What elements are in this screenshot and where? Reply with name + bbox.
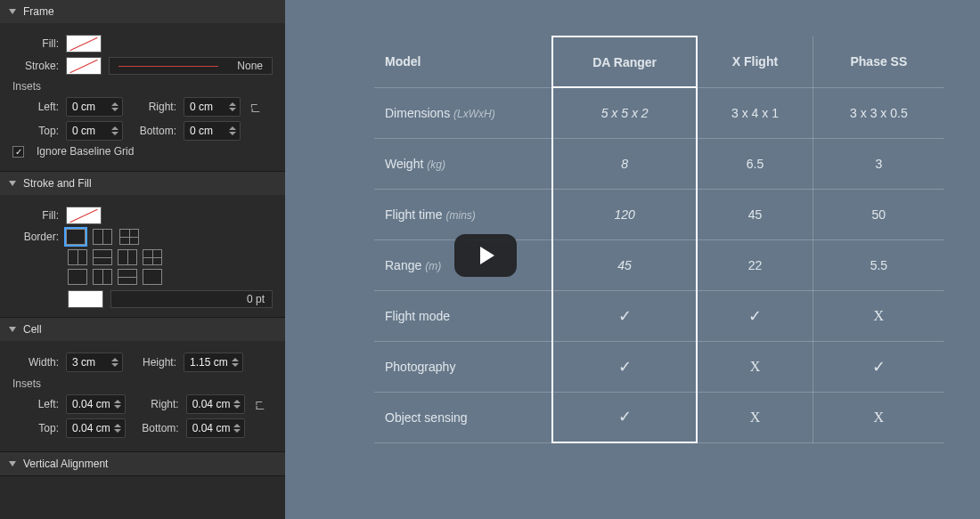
row-header: Model <box>374 36 552 87</box>
ignore-baseline-checkbox[interactable]: ✓ <box>12 146 24 158</box>
document-canvas[interactable]: Model DA Ranger X Flight Phase SS Dimens… <box>285 0 980 519</box>
cell-header[interactable]: Cell <box>0 318 285 341</box>
bottom-label: Bottom: <box>130 125 176 137</box>
stroke-swatch[interactable] <box>66 57 102 75</box>
play-button[interactable] <box>454 234 517 277</box>
stroke-style-picker[interactable]: None <box>109 57 273 75</box>
cell-right-label: Right: <box>133 398 179 410</box>
border-opt[interactable] <box>118 249 137 265</box>
border-opt[interactable] <box>93 249 112 265</box>
inspector-sidebar: Frame Fill: Stroke: None Insets Left: 0 … <box>0 0 285 519</box>
inset-top-input[interactable]: 0 cm <box>66 121 123 141</box>
stroke-color-swatch[interactable] <box>68 290 103 308</box>
cell-bottom-label: Bottom: <box>133 422 179 434</box>
cell-top-label: Top: <box>12 422 59 434</box>
table-cell: 3 <box>813 138 944 189</box>
cell-inset-right[interactable]: 0.04 cm <box>186 394 246 414</box>
col-header-da: DA Ranger <box>552 36 697 87</box>
table-cell <box>697 341 813 392</box>
border-opt[interactable] <box>93 269 112 285</box>
fill-label: Fill: <box>12 37 59 50</box>
width-label: Width: <box>12 356 59 369</box>
border-opt[interactable] <box>68 269 87 285</box>
strokefill-section: Stroke and Fill Fill: Border: <box>0 172 285 318</box>
border-opt[interactable] <box>118 269 137 285</box>
cell-inset-left[interactable]: 0.04 cm <box>66 394 126 414</box>
table-cell: 3 x 4 x 1 <box>697 87 813 138</box>
row-label: Dimensions (LxWxH) <box>374 87 552 138</box>
col-header-phase: Phase SS <box>813 36 944 87</box>
cell-inset-bottom[interactable]: 0.04 cm <box>186 418 246 438</box>
row-label: Object sensing <box>374 392 552 442</box>
valign-header[interactable]: Vertical Alignment <box>0 452 285 475</box>
valign-title: Vertical Alignment <box>23 458 108 470</box>
cell-height-input[interactable]: 1.15 cm <box>184 353 243 372</box>
right-label: Right: <box>130 101 176 113</box>
table-cell: 8 <box>552 138 697 189</box>
table-cell: 6.5 <box>697 138 813 189</box>
table-cell <box>813 341 944 392</box>
table-cell <box>813 392 944 442</box>
stroke-weight-slider[interactable]: 0 pt <box>110 290 273 308</box>
inset-left-input[interactable]: 0 cm <box>66 97 123 117</box>
table-cell <box>697 290 813 341</box>
strokefill-header[interactable]: Stroke and Fill <box>0 172 285 195</box>
border-outer[interactable] <box>66 229 86 245</box>
ignore-baseline-label: Ignore Baseline Grid <box>37 145 134 158</box>
link-icon[interactable]: ⌐⌙ <box>249 101 262 112</box>
link-icon[interactable]: ⌐⌙ <box>254 399 266 410</box>
cell-width-input[interactable]: 3 cm <box>66 353 123 372</box>
disclosure-icon <box>9 9 16 14</box>
fill-label-2: Fill: <box>12 209 59 222</box>
border-opt[interactable] <box>68 249 87 265</box>
frame-header[interactable]: Frame <box>0 0 285 23</box>
table-cell: 5.5 <box>813 239 944 290</box>
cell-section: Cell Width: 3 cm Height: 1.15 cm Insets … <box>0 318 285 452</box>
cell-title: Cell <box>23 323 42 336</box>
inset-bottom-input[interactable]: 0 cm <box>184 121 241 141</box>
table-cell: 45 <box>697 189 813 239</box>
table-cell <box>552 290 697 341</box>
disclosure-icon <box>9 327 16 332</box>
border-inner-v[interactable] <box>93 229 112 245</box>
border-all[interactable] <box>119 229 139 245</box>
left-label: Left: <box>12 101 59 113</box>
frame-title: Frame <box>23 5 54 18</box>
table-cell: 45 <box>552 239 697 290</box>
col-header-x: X Flight <box>697 36 813 87</box>
row-label: Flight mode <box>374 290 552 341</box>
cell-left-label: Left: <box>12 398 59 410</box>
table-cell: 3 x 3 x 0.5 <box>813 87 944 138</box>
disclosure-icon <box>9 461 16 466</box>
row-label: Photography <box>374 341 552 392</box>
fill-swatch-2[interactable] <box>66 207 102 224</box>
valign-section: Vertical Alignment <box>0 452 285 476</box>
cell-insets-label: Insets <box>12 377 273 390</box>
table-cell <box>813 290 944 341</box>
inset-right-input[interactable]: 0 cm <box>184 97 241 117</box>
table-cell: 50 <box>813 189 944 239</box>
border-presets-grid <box>68 249 273 285</box>
height-label: Height: <box>130 356 176 369</box>
fill-swatch[interactable] <box>66 35 102 53</box>
top-label: Top: <box>12 125 59 137</box>
frame-section: Frame Fill: Stroke: None Insets Left: 0 … <box>0 0 285 172</box>
table-cell: 22 <box>697 239 813 290</box>
table-cell <box>697 392 813 442</box>
table-cell <box>552 341 697 392</box>
table-cell <box>552 392 697 442</box>
cell-inset-top[interactable]: 0.04 cm <box>66 418 126 438</box>
stroke-label: Stroke: <box>12 60 59 72</box>
border-opt[interactable] <box>143 249 162 265</box>
row-label: Weight (kg) <box>374 138 552 189</box>
table-cell: 120 <box>552 189 697 239</box>
strokefill-title: Stroke and Fill <box>23 177 92 190</box>
border-opt[interactable] <box>143 269 162 285</box>
table-cell: 5 x 5 x 2 <box>552 87 697 138</box>
insets-label: Insets <box>12 80 273 93</box>
row-label: Flight time (mins) <box>374 189 552 239</box>
disclosure-icon <box>9 181 16 186</box>
border-label: Border: <box>12 231 59 243</box>
